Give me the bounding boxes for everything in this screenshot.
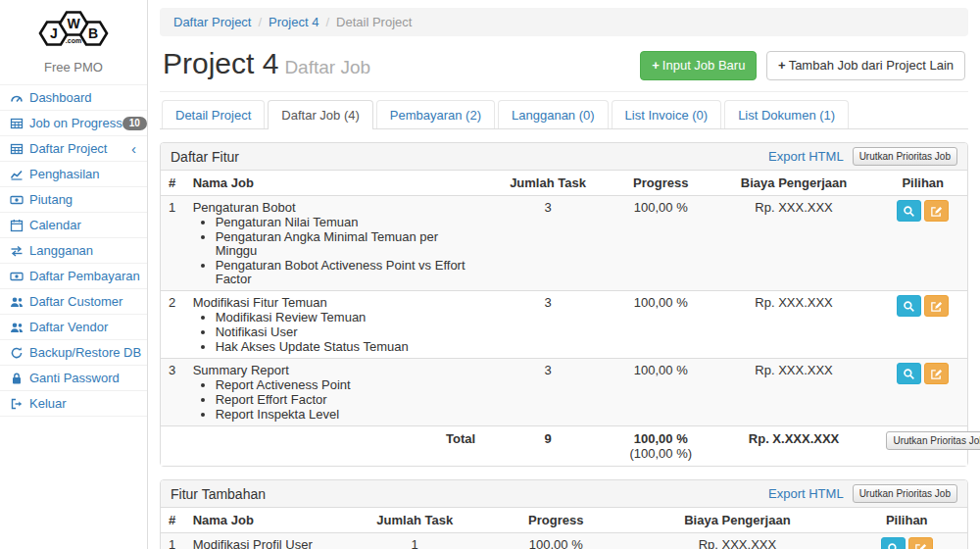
svg-text:B: B: [88, 25, 98, 41]
sidebar-item-langganan[interactable]: Langganan: [0, 237, 147, 263]
app-window: J W B .com Free PMO Dashboard Job on Pro…: [0, 0, 980, 549]
sidebar-item-daftar-vendor[interactable]: Daftar Vendor: [0, 314, 147, 339]
edit-job-button[interactable]: [924, 200, 949, 222]
col-header-progress: Progress: [483, 508, 628, 533]
sidebar-item-daftar-pembayaran[interactable]: Daftar Pembayaran: [0, 263, 147, 288]
job-subtask: Modifikasi Review Temuan: [216, 311, 476, 324]
sidebar-item-label: Calendar: [29, 218, 138, 232]
col-header-jumlah-task: Jumlah Task: [346, 508, 483, 533]
tambah-job-dari-project-lain-button[interactable]: +Tambah Job dari Project Lain: [766, 51, 965, 80]
sidebar-item-label: Daftar Project: [29, 141, 131, 156]
breadcrumb-separator: /: [251, 15, 269, 29]
input-job-baru-button[interactable]: +Input Job Baru: [640, 51, 757, 80]
total-progress-secondary: (100,00 %): [629, 446, 692, 461]
job-name: Pengaturan Bobot: [193, 200, 476, 215]
plus-icon: +: [778, 58, 786, 73]
chart-line-icon: [9, 168, 24, 181]
page-title-text: Project 4: [163, 47, 278, 79]
sidebar-item-ganti-password[interactable]: Ganti Password: [0, 365, 147, 390]
urutkan-prioritas-job-button[interactable]: Urutkan Prioritas Job: [853, 147, 957, 166]
breadcrumb-link-daftar-project[interactable]: Daftar Project: [173, 15, 251, 29]
search-icon: [903, 368, 915, 380]
biaya-value: Rp. XXX.XXX: [628, 533, 846, 549]
brand-name: Free PMO: [0, 60, 147, 75]
sidebar-item-job-on-progress[interactable]: Job on Progress 10: [0, 110, 147, 135]
tab-langganan[interactable]: Langganan (0): [498, 100, 612, 128]
edit-job-button[interactable]: [924, 295, 949, 317]
col-header-pilihan: Pilihan: [878, 171, 967, 196]
job-subtasks: Pengaturan Nilai Temuan Pengaturan Angka…: [193, 216, 476, 286]
sidebar-item-label: Piutang: [29, 192, 138, 207]
page-header: Project 4Daftar Job +Input Job Baru +Tam…: [160, 36, 968, 92]
breadcrumb: Daftar Project / Project 4 / Detail Proj…: [160, 8, 968, 36]
tab-list-dokumen[interactable]: List Dokumen (1): [724, 100, 852, 128]
breadcrumb-link-project-4[interactable]: Project 4: [269, 15, 318, 29]
sidebar-item-calendar[interactable]: Calendar: [0, 212, 147, 237]
job-subtask: Pengaturan Angka Minimal Temuan per Ming…: [216, 230, 476, 258]
view-job-button[interactable]: [897, 363, 921, 384]
table-row: 2 Modifikasi Fitur Temuan Modifikasi Rev…: [161, 291, 967, 359]
col-header-progress: Progress: [612, 171, 710, 196]
edit-icon: [930, 300, 943, 313]
sidebar-item-label: Penghasilan: [29, 167, 138, 181]
sidebar-item-label: Job on Progress: [29, 116, 122, 130]
tab-pembayaran[interactable]: Pembayaran (2): [376, 100, 498, 128]
col-header-nama-job: Nama Job: [185, 171, 484, 196]
sidebar-item-label: Ganti Password: [29, 371, 138, 385]
jwb-logo-icon: J W B .com: [30, 7, 117, 54]
export-html-link[interactable]: Export HTML: [768, 486, 844, 501]
table-row: 1 Modifikasi Profil User Tab F/U Temuan …: [161, 533, 967, 549]
job-name: Modifikasi Fitur Temuan: [193, 295, 476, 310]
edit-icon: [930, 368, 943, 380]
tab-list-invoice[interactable]: List Invoice (0): [612, 100, 725, 128]
edit-job-button[interactable]: [924, 363, 949, 384]
search-icon: [887, 542, 900, 549]
sidebar-item-dashboard[interactable]: Dashboard: [0, 84, 147, 110]
refresh-icon: [9, 346, 24, 360]
export-html-link[interactable]: Export HTML: [768, 149, 844, 164]
sidebar-item-daftar-customer[interactable]: Daftar Customer: [0, 288, 147, 314]
panel-daftar-fitur: Daftar Fitur Export HTML Urutkan Priorit…: [160, 142, 968, 467]
col-header-no: #: [161, 508, 185, 533]
sidebar-item-keluar[interactable]: Keluar: [0, 390, 147, 417]
view-job-button[interactable]: [881, 537, 906, 549]
sidebar-item-backup-restore-db[interactable]: Backup/Restore DB: [0, 339, 147, 365]
sidebar: J W B .com Free PMO Dashboard Job on Pro…: [0, 0, 148, 549]
edit-job-button[interactable]: [908, 537, 933, 549]
total-biaya: Rp. X.XXX.XXX: [710, 426, 879, 467]
sidebar-item-penghasilan[interactable]: Penghasilan: [0, 161, 147, 186]
users-icon: [9, 321, 24, 334]
count-badge: 10: [122, 117, 147, 130]
total-label: Total: [185, 426, 484, 467]
sign-out-icon: [9, 397, 24, 411]
sidebar-item-daftar-project[interactable]: Daftar Project ‹: [0, 135, 147, 161]
urutkan-prioritas-job-button[interactable]: Urutkan Prioritas Job: [853, 484, 957, 503]
retweet-icon: [9, 244, 24, 258]
job-subtasks: Modifikasi Review Temuan Notifikasi User…: [193, 311, 476, 354]
lock-icon: [9, 372, 24, 385]
panel-title: Daftar Fitur: [171, 149, 239, 165]
tab-detail-project[interactable]: Detail Project: [162, 100, 268, 128]
job-subtask: Pengaturan Nilai Temuan: [216, 216, 476, 229]
svg-text:.com: .com: [66, 37, 81, 44]
sidebar-item-label: Langganan: [29, 243, 138, 258]
view-job-button[interactable]: [897, 200, 921, 222]
jumlah-task-value: 3: [483, 196, 612, 291]
job-name: Summary Report: [193, 363, 476, 377]
job-subtask: Report Inspekta Level: [216, 408, 476, 422]
progress-value: 100,00 %: [612, 291, 710, 359]
urutkan-prioritas-job-button[interactable]: Urutkan Prioritas Job: [886, 431, 980, 450]
row-number: 1: [161, 533, 185, 549]
app-logo[interactable]: J W B .com: [0, 0, 147, 54]
search-icon: [903, 205, 915, 218]
biaya-value: Rp. XXX.XXX: [710, 196, 879, 291]
job-name: Modifikasi Profil User: [193, 537, 339, 549]
sidebar-item-piutang[interactable]: Piutang: [0, 186, 147, 212]
breadcrumb-current: Detail Project: [336, 15, 412, 29]
tab-daftar-job[interactable]: Daftar Job (4): [268, 100, 375, 128]
col-header-no: #: [161, 171, 185, 196]
job-subtask: Report Activeness Point: [216, 378, 476, 392]
view-job-button[interactable]: [897, 295, 921, 317]
sidebar-item-label: Daftar Customer: [29, 294, 138, 309]
jumlah-task-value: 3: [483, 291, 612, 359]
